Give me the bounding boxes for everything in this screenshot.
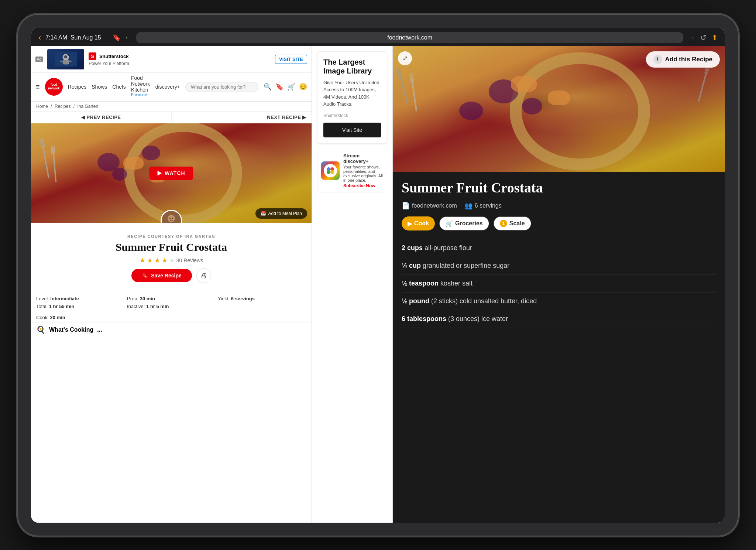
recipe-app-title: Summer Fruit Crostata: [402, 180, 716, 196]
browser-bookmark-icon[interactable]: 🔖: [113, 34, 121, 42]
whats-cooking-label: What's Cooking: [49, 327, 93, 333]
shutterstock-logo: S: [89, 52, 96, 60]
add-recipe-button[interactable]: + Add this Recipe: [646, 51, 720, 68]
browser-back-icon[interactable]: ‹: [38, 33, 41, 42]
recipe-action-pills: ▶ Cook 🛒 Groceries 1 Scale: [402, 216, 716, 230]
ad-card-brand: Shutterstock: [323, 113, 381, 118]
cook-button[interactable]: ▶ Cook: [402, 216, 435, 230]
discovery-subscribe-link[interactable]: Subscribe Now: [343, 183, 383, 188]
browser-time-date: 7:14 AM Sun Aug 15: [45, 34, 108, 41]
user-icon[interactable]: 😊: [299, 83, 307, 91]
hamburger-icon[interactable]: ≡: [35, 83, 40, 91]
groceries-button[interactable]: 🛒 Groceries: [439, 216, 489, 230]
detail-yield: Yield: 6 servings: [218, 296, 306, 301]
svg-point-24: [327, 170, 330, 174]
hero-berry-3: [459, 102, 483, 120]
svg-point-3: [64, 55, 67, 58]
main-content: Ad S Shutt: [31, 46, 725, 523]
food-nav-icons: 🔍 🔖 🛒 😊: [264, 83, 307, 91]
star-5: ★: [169, 256, 175, 264]
ad-tagline: Power Your Platform: [89, 61, 271, 66]
ingredient-2: ¼ cup granulated or superfine sugar: [402, 257, 716, 275]
ad-company-name: Shutterstock: [99, 54, 128, 59]
star-4: ★: [162, 256, 168, 264]
breadcrumb-home[interactable]: Home: [36, 104, 48, 109]
tablet-screen: ‹ 7:14 AM Sun Aug 15 🔖 ← foodnetwork.com…: [31, 28, 725, 523]
add-recipe-label: Add this Recipe: [665, 56, 712, 63]
breadcrumb-ina[interactable]: Ina Garten: [77, 104, 98, 109]
browser-back-arrow-icon[interactable]: ←: [124, 33, 132, 42]
detail-inactive: Inactive: 1 hr 5 min: [127, 304, 216, 309]
tablet-frame: ‹ 7:14 AM Sun Aug 15 🔖 ← foodnetwork.com…: [16, 13, 740, 537]
svg-point-19: [169, 218, 171, 219]
ad-card-large: The Largest Image Library Give Your User…: [317, 51, 387, 144]
watch-button[interactable]: WATCH: [149, 167, 193, 180]
ad-content: S Shutterstock Power Your Platform: [89, 52, 271, 66]
discovery-body: Your favorite shows, personalities, and …: [343, 165, 383, 182]
food-network-logo[interactable]: foodnetwork: [45, 78, 63, 96]
food-nav-links: Recipes Shows Chefs Food Network Kitchen…: [68, 75, 180, 99]
search-icon[interactable]: 🔍: [264, 83, 272, 91]
hero-peach-2: [548, 90, 570, 105]
recipe-nav: ◀ PREV RECIPE NEXT RECIPE ▶: [31, 112, 312, 123]
save-recipe-button[interactable]: 🔖 Save Recipe: [131, 269, 192, 282]
cook-icon: ▶: [408, 220, 412, 227]
play-icon: [157, 171, 162, 176]
nav-discovery[interactable]: discovery+: [155, 84, 180, 90]
scale-button[interactable]: 1 Scale: [494, 216, 531, 230]
ingredient-3: ½ teaspoon kosher salt: [402, 275, 716, 293]
ad-visit-button[interactable]: VISIT SITE: [275, 55, 307, 64]
print-button[interactable]: 🖨: [196, 268, 211, 283]
hero-peach-1: [511, 76, 537, 92]
svg-point-20: [172, 218, 173, 219]
browser-share-icon[interactable]: ⬆: [712, 33, 718, 42]
browser-forward-icon[interactable]: →: [688, 33, 695, 42]
svg-rect-11: [53, 152, 57, 183]
detail-level: Level: Intermediate: [36, 296, 125, 301]
astronaut-image: [55, 52, 77, 66]
meta-source-text: foodnetwork.com: [412, 202, 457, 209]
breadcrumb-recipes[interactable]: Recipes: [55, 104, 71, 109]
cart-icon[interactable]: 🛒: [287, 83, 295, 91]
bookmark-icon[interactable]: 🔖: [275, 83, 284, 91]
recipe-app-panel: ⤢ + Add this Recipe Summer Fruit Crostat…: [393, 46, 725, 523]
review-count: 80 Reviews: [176, 257, 203, 263]
ad-badge: Ad: [35, 57, 43, 62]
detail-cook-row: Cook: 20 min: [31, 313, 312, 322]
svg-rect-4: [60, 61, 63, 62]
prev-recipe-button[interactable]: ◀ PREV RECIPE: [31, 112, 171, 123]
meal-plan-button[interactable]: 📅 Add to Meal Plan: [255, 208, 307, 219]
food-nav: ≡ foodnetwork Recipes Shows Chefs Food N…: [31, 73, 312, 102]
browser-reload-icon[interactable]: ↺: [700, 33, 707, 42]
nav-shows[interactable]: Shows: [92, 84, 107, 90]
sidebar-ad: The Largest Image Library Give Your User…: [312, 46, 393, 523]
next-recipe-button[interactable]: NEXT RECIPE ▶: [171, 112, 312, 123]
discovery-logo: [321, 161, 340, 180]
ingredient-1: 2 cups all-purpose flour: [402, 239, 716, 257]
add-icon: +: [653, 55, 662, 64]
expand-icon: ⤢: [403, 55, 408, 62]
cooking-icon: 🍳: [36, 325, 45, 334]
hero-expand-button[interactable]: ⤢: [398, 51, 412, 65]
watch-label: WATCH: [165, 170, 185, 176]
cook-label: Cook: [414, 220, 429, 227]
whats-cooking-ellipsis: ...: [97, 327, 102, 333]
ad-card-title: The Largest Image Library: [323, 58, 381, 75]
detail-total: Total: 1 hr 55 min: [36, 304, 125, 309]
nav-chefs[interactable]: Chefs: [112, 84, 126, 90]
print-icon: 🖨: [200, 272, 207, 280]
recipe-hero-image: ⤢ + Add this Recipe: [393, 46, 725, 172]
nav-kitchen[interactable]: Food Network Kitchen Premium+: [131, 75, 150, 99]
nav-recipes[interactable]: Recipes: [68, 84, 87, 90]
save-recipe-label: Save Recipe: [151, 273, 182, 279]
star-2: ★: [147, 256, 153, 264]
food-search-input[interactable]: [185, 82, 258, 92]
ad-card-visit-button[interactable]: Visit Site: [323, 123, 381, 137]
breadcrumb: Home / Recipes / Ina Garten: [31, 102, 312, 112]
bookmark-save-icon: 🔖: [142, 273, 148, 279]
whats-cooking-bar: 🍳 What's Cooking ...: [31, 322, 312, 337]
servings-icon: 👥: [464, 202, 472, 210]
ingredients-list: 2 cups all-purpose flour ¼ cup granulate…: [402, 239, 716, 328]
address-bar[interactable]: foodnetwork.com: [136, 32, 683, 43]
meta-source: 📄 foodnetwork.com: [402, 202, 457, 210]
